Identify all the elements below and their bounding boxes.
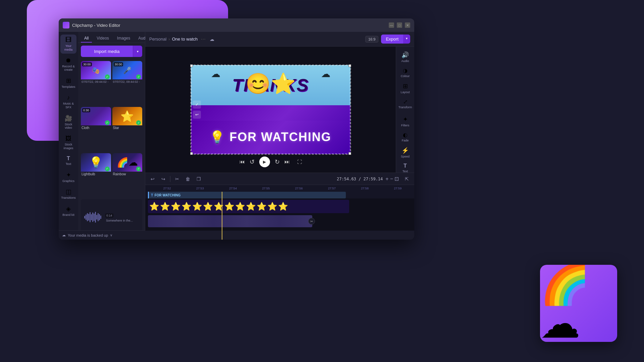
play-pause-button[interactable]: ▶ xyxy=(259,157,270,167)
star-4: ⭐ xyxy=(181,202,192,211)
audio-rt-icon: 🔊 xyxy=(401,51,409,59)
cut-button[interactable]: ✂ xyxy=(173,175,181,183)
ruler-27-54: 27:54 xyxy=(217,187,250,190)
star-track-content[interactable]: ⭐ ⭐ ⭐ ⭐ ⭐ ⭐ ⭐ ⭐ ⭐ ⭐ ⭐ ⭐ ⭐ xyxy=(148,200,349,213)
rt-transform-button[interactable]: ⤢ Transform xyxy=(398,97,413,111)
sidebar-item-transitions[interactable]: ◫ Transitions xyxy=(60,186,76,202)
text-rt-icon: T xyxy=(404,163,407,169)
graphics-label: Graphics xyxy=(62,179,74,183)
import-dropdown-arrow[interactable]: ▾ xyxy=(133,46,142,57)
window-title: Clipchamp - Video Editor xyxy=(72,23,386,28)
preview-and-toolbar: ☁ ☁ THANKS 😊⭐ 💡 FOR WAT xyxy=(145,47,414,173)
fit-timeline-button[interactable]: ⊡ xyxy=(394,176,399,182)
audio-waveform xyxy=(83,210,103,224)
zoom-in-button[interactable]: + xyxy=(385,176,388,182)
cloud-sync-icon[interactable]: ☁ xyxy=(210,37,214,42)
rt-audio-button[interactable]: 🔊 Audio xyxy=(398,49,413,65)
thumb-video1-check: ✓ xyxy=(105,74,110,79)
export-button[interactable]: Export xyxy=(381,35,403,44)
app-body: 🎞 Your media ⏺ Record & create ⊞ Templat… xyxy=(59,32,414,240)
export-dropdown-arrow[interactable]: ▾ xyxy=(403,35,410,44)
star-3: ⭐ xyxy=(171,202,181,211)
sidebar-item-your-media[interactable]: 🎞 Your media xyxy=(60,35,76,54)
star-12: ⭐ xyxy=(267,202,277,211)
rt-layout-button[interactable]: ⊞ Layout xyxy=(398,80,413,96)
star-11: ⭐ xyxy=(257,202,267,211)
tab-videos[interactable]: Videos xyxy=(93,35,112,43)
copy-timeline-button[interactable]: ❐ xyxy=(195,175,203,183)
sidebar-item-templates[interactable]: ⊞ Templates xyxy=(60,75,76,91)
sidebar-item-music-sfx[interactable]: ♪ Music & SFX xyxy=(60,92,76,111)
rt-text-button[interactable]: T Text xyxy=(398,161,413,173)
stock-video-label: Stock video xyxy=(62,123,75,130)
close-button[interactable]: ✕ xyxy=(405,22,410,28)
thumb-cloth-label: Cloth xyxy=(81,125,111,130)
tab-images[interactable]: Images xyxy=(114,35,133,43)
rewind-button[interactable]: ↺ xyxy=(250,158,255,166)
expand-timeline-button[interactable]: ⇱ xyxy=(403,175,411,183)
audio-rt-label: Audio xyxy=(401,59,409,63)
ruler-27-57: 27:57 xyxy=(315,187,348,190)
star-8: ⭐ xyxy=(224,202,234,211)
record-create-icon: ⏺ xyxy=(65,57,71,64)
sidebar-item-stock-images[interactable]: 🖼 Stock images xyxy=(60,133,76,152)
filters-rt-label: Filters xyxy=(401,124,410,127)
undo-button[interactable]: ↩ xyxy=(149,175,157,183)
forward-button[interactable]: ↻ xyxy=(275,158,280,166)
media-item-cloth[interactable]: 0:30 ✓ Cloth xyxy=(81,107,111,131)
watching-text: 💡 FOR WATCHING xyxy=(191,130,351,144)
star-5: ⭐ xyxy=(192,202,202,211)
bg-track-content[interactable]: ✂ xyxy=(148,215,312,227)
sidebar-item-brand-kit[interactable]: ◈ Brand kit xyxy=(60,203,76,219)
side-back-button[interactable]: ↩ xyxy=(193,111,201,119)
maximize-button[interactable]: □ xyxy=(397,22,402,28)
star-1: ⭐ xyxy=(149,202,159,211)
ruler-27-58: 27:58 xyxy=(348,187,381,190)
redo-button[interactable]: ↪ xyxy=(159,175,167,183)
project-options-button[interactable]: ⋯ xyxy=(201,37,206,42)
thumb-lightbulb-check: ✓ xyxy=(105,167,110,171)
current-time-display: 27:54.63 xyxy=(337,177,356,181)
stock-video-icon: 🎥 xyxy=(65,115,72,122)
record-create-label: Record & create xyxy=(62,65,75,72)
thumb-star-label: Star xyxy=(112,125,143,130)
tab-all[interactable]: All xyxy=(81,35,92,43)
side-confirm-button[interactable]: ✓ xyxy=(193,101,201,109)
rt-speed-button[interactable]: ⚡ Speed xyxy=(398,145,413,160)
media-item-video2[interactable]: 🎤 30:00 ✓ 07/07/22, 09:44:02 - ... xyxy=(112,61,143,85)
breadcrumb: Personal › One to watch ⋯ xyxy=(149,37,206,42)
cut-indicator[interactable]: ✂ xyxy=(308,218,315,225)
time-separator: / xyxy=(359,177,363,181)
skip-to-end-button[interactable]: ⏭ xyxy=(284,159,290,165)
text-track-label: T FOR WATCHING xyxy=(148,192,346,198)
sidebar-item-stock-video[interactable]: 🎥 Stock video xyxy=(60,113,76,132)
rt-colour-button[interactable]: ◑ Colour xyxy=(398,65,413,80)
transform-rt-icon: ⤢ xyxy=(403,99,408,105)
bg-track-row: ✂ xyxy=(145,215,414,231)
media-item-rainbow[interactable]: 🌈☁ ✓ Rainbow xyxy=(112,153,143,177)
delete-button[interactable]: 🗑 xyxy=(184,175,192,183)
sidebar-item-record-create[interactable]: ⏺ Record & create xyxy=(60,55,76,74)
media-item-lightbulb[interactable]: 💡 ✓ Lightbulb xyxy=(81,153,111,177)
colour-rt-label: Colour xyxy=(401,74,410,78)
skip-to-start-button[interactable]: ⏮ xyxy=(239,159,245,165)
sidebar-item-text[interactable]: T Text xyxy=(60,154,76,168)
fullscreen-button[interactable]: ⛶ xyxy=(297,159,302,165)
rt-filters-button[interactable]: ✦ Filters xyxy=(398,114,413,129)
minimize-button[interactable]: — xyxy=(389,22,394,28)
media-item-star[interactable]: ⭐ ✓ Star xyxy=(112,107,143,131)
transitions-label: Transitions xyxy=(61,196,76,200)
status-expand-arrow[interactable]: ∨ xyxy=(110,233,112,237)
fade-rt-icon: ◐ xyxy=(403,132,408,138)
sidebar-item-graphics[interactable]: ✦ Graphics xyxy=(60,169,76,185)
playhead[interactable] xyxy=(222,192,222,240)
zoom-out-button[interactable]: − xyxy=(390,176,393,182)
timeline-tracks: T FOR WATCHING ⭐ ⭐ ⭐ ⭐ ⭐ ⭐ ⭐ xyxy=(145,192,414,240)
breadcrumb-separator: › xyxy=(168,37,170,42)
stock-images-label: Stock images xyxy=(62,143,75,150)
import-media-button[interactable]: Import media xyxy=(81,46,133,57)
media-item-video1[interactable]: 🎭 30:00 ✓ 07/07/22, 09:44:02 - ... xyxy=(81,61,111,85)
star-9: ⭐ xyxy=(235,202,245,211)
rt-fade-button[interactable]: ◐ Fade xyxy=(398,130,413,144)
speed-rt-label: Speed xyxy=(401,155,410,158)
